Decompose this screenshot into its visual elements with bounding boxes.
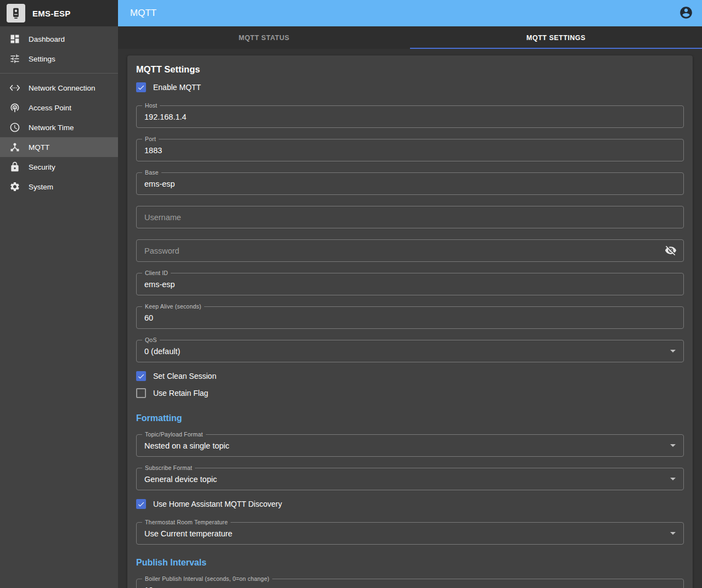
publish-intervals-heading: Publish Intervals [136,558,684,568]
port-input[interactable] [137,139,683,161]
lock-icon [9,161,20,172]
port-field: Port [136,139,684,161]
sidebar-item-system[interactable]: System [0,177,118,197]
thermostat-room-temperature-label: Thermostat Room Temperature [142,519,231,525]
check-icon [137,83,145,92]
sidebar-item-network-time[interactable]: Network Time [0,117,118,137]
sidebar-item-network-connection[interactable]: Network Connection [0,78,118,98]
tab-mqtt-settings[interactable]: MQTT SETTINGS [410,26,702,49]
chevron-down-icon [670,444,676,447]
page-title: MQTT [130,8,679,19]
app-root: EMS-ESP Dashboard Settings Network [0,0,702,588]
mqtt-settings-card: MQTT Settings Enable MQTT Host Port [127,55,693,588]
account-button[interactable] [679,5,694,21]
subscribe-format-value: General device topic [144,475,666,484]
sidebar-divider [0,73,118,74]
topic-payload-format-label: Topic/Payload Format [142,431,206,438]
tabbar: MQTT STATUS MQTT SETTINGS [118,26,702,49]
tab-mqtt-status[interactable]: MQTT STATUS [118,26,410,49]
topic-payload-format-select[interactable]: Topic/Payload Format Nested on a single … [136,434,684,457]
host-input[interactable] [137,106,683,127]
toggle-password-visibility-button[interactable] [665,244,678,257]
content: MQTT Settings Enable MQTT Host Port [118,49,702,588]
base-field: Base [136,172,684,195]
password-input[interactable] [137,240,683,261]
enable-mqtt-label: Enable MQTT [153,83,201,92]
topic-payload-format-value: Nested on a single topic [144,441,666,450]
sidebar-header: EMS-ESP [0,0,118,26]
sidebar-item-mqtt[interactable]: MQTT [0,137,118,157]
use-retain-flag-row[interactable]: Use Retain Flag [136,386,684,400]
sidebar-item-label: Settings [29,55,55,63]
chevron-down-icon [670,532,676,535]
sidebar-item-label: Network Connection [29,84,96,92]
subscribe-format-select[interactable]: Subscribe Format General device topic [136,468,684,490]
boiler-publish-interval-field: Boiler Publish Interval (seconds, 0=on c… [136,579,684,588]
chevron-down-icon [670,350,676,352]
sidebar-item-label: Access Point [29,104,71,112]
visibility-off-icon [665,244,677,256]
keep-alive-field-label: Keep Alive (seconds) [142,303,204,310]
sidebar-item-security[interactable]: Security [0,157,118,177]
password-field [136,239,684,262]
clock-icon [9,122,20,133]
sidebar-item-label: Network Time [29,124,74,132]
sidebar-item-settings[interactable]: Settings [0,49,118,69]
qos-select-label: QoS [142,337,160,343]
card-title: MQTT Settings [136,64,684,75]
ems-esp-logo-icon [7,4,25,23]
check-icon [137,372,145,380]
sidebar-item-label: Security [29,163,55,171]
set-clean-session-checkbox[interactable] [136,371,146,381]
thermostat-room-temperature-select[interactable]: Thermostat Room Temperature Use Current … [136,522,684,545]
gear-icon [9,181,20,192]
sidebar-item-label: Dashboard [29,35,65,43]
dashboard-icon [9,33,20,44]
enable-mqtt-row[interactable]: Enable MQTT [136,80,684,94]
port-field-label: Port [142,136,159,142]
enable-mqtt-checkbox[interactable] [136,82,146,92]
check-icon [137,500,145,508]
sidebar: EMS-ESP Dashboard Settings Network [0,0,118,588]
sidebar-item-label: MQTT [29,143,49,152]
client-id-field-label: Client ID [142,270,171,276]
keep-alive-input[interactable] [137,307,683,328]
boiler-publish-interval-label: Boiler Publish Interval (seconds, 0=on c… [142,575,272,582]
ha-discovery-label: Use Home Assistant MQTT Discovery [153,500,282,508]
device-hub-icon [9,142,20,153]
ethernet-icon [9,82,20,93]
keep-alive-field: Keep Alive (seconds) [136,306,684,329]
set-clean-session-row[interactable]: Set Clean Session [136,369,684,383]
use-retain-flag-checkbox[interactable] [136,388,146,398]
sidebar-item-access-point[interactable]: Access Point [0,98,118,117]
host-field: Host [136,105,684,128]
username-field [136,206,684,228]
username-input[interactable] [137,206,683,228]
ha-discovery-checkbox[interactable] [136,499,146,509]
main-area: MQTT MQTT STATUS MQTT SETTINGS MQTT Sett… [118,0,702,588]
wifi-tethering-icon [9,102,20,113]
client-id-input[interactable] [137,273,683,295]
sidebar-menu: Dashboard Settings Network Connection [0,26,118,197]
base-input[interactable] [137,173,683,194]
set-clean-session-label: Set Clean Session [153,372,216,380]
account-circle-icon [679,5,693,20]
subscribe-format-label: Subscribe Format [142,464,195,471]
chevron-down-icon [670,478,676,480]
use-retain-flag-label: Use Retain Flag [153,389,208,397]
appbar: MQTT [118,0,702,26]
sidebar-item-dashboard[interactable]: Dashboard [0,29,118,49]
qos-select-value: 0 (default) [144,347,666,356]
formatting-heading: Formatting [136,413,684,423]
base-field-label: Base [142,169,161,176]
host-field-label: Host [142,102,160,109]
thermostat-room-temperature-value: Use Current temperature [144,529,666,538]
app-title: EMS-ESP [32,9,71,18]
client-id-field: Client ID [136,273,684,295]
tune-icon [9,53,20,64]
sidebar-item-label: System [29,183,53,191]
qos-select[interactable]: QoS 0 (default) [136,340,684,362]
ha-discovery-row[interactable]: Use Home Assistant MQTT Discovery [136,497,684,511]
